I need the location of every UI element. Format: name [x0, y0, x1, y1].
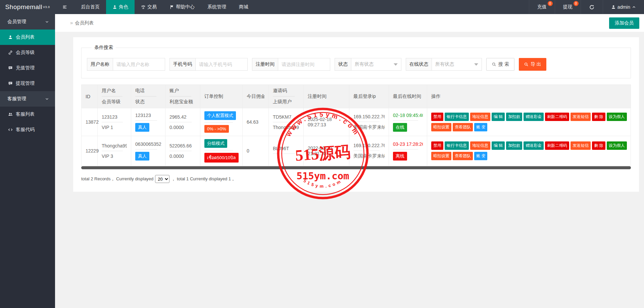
- sidebar-item-member-level[interactable]: 会员等级: [0, 45, 55, 60]
- action-adjust-balance-button[interactable]: 加扣款: [506, 113, 522, 121]
- regtime-field-label: 注册时间: [252, 58, 278, 71]
- online-status-select[interactable]: 所有状态: [432, 58, 482, 71]
- nav-item-label: 后台首页: [81, 4, 100, 10]
- cell-commission: 0: [243, 136, 269, 166]
- sidebar-item-member-list[interactable]: 会员列表: [0, 29, 55, 45]
- nav-item-label: 交易: [147, 4, 157, 10]
- pagination-footer: total 2 Records， Currently displayed 20 …: [81, 175, 631, 183]
- cell-invite: BLJ96T: [269, 136, 304, 166]
- sidebar-item-recharge-management[interactable]: 充值管理: [0, 60, 55, 76]
- breadcrumb: »会员列表: [70, 20, 94, 26]
- action-view-team-button[interactable]: 查看团队: [453, 123, 473, 131]
- cell-reg-time: 2025-02-18 09:27:13: [304, 108, 349, 136]
- action-bank-card-info-button[interactable]: 银行卡信息: [445, 113, 469, 121]
- action-hidden-deduct-button[interactable]: 暗扣设置: [431, 152, 451, 160]
- search-button[interactable]: 搜 索: [486, 58, 514, 71]
- ip-location-value: 美国南卡罗来纳州: [353, 124, 385, 130]
- user-menu[interactable]: admin: [603, 0, 644, 14]
- link-icon: [8, 50, 13, 55]
- action-account-change-button[interactable]: 账 变: [474, 123, 487, 131]
- withdraw-button[interactable]: 提现 0: [555, 0, 581, 14]
- records-summary-text: total 2 Records， Currently displayed: [81, 176, 153, 182]
- action-refresh-qrcode-button[interactable]: 刷新二维码: [545, 141, 569, 150]
- action-delete-button[interactable]: 删 除: [592, 141, 605, 150]
- page-size-select[interactable]: 20: [155, 175, 169, 183]
- search-panel-legend: 条件搜索: [92, 45, 116, 51]
- online-status-badge: 离线: [393, 152, 407, 161]
- nav-item-trade[interactable]: 交易: [135, 0, 163, 14]
- action-edit-button[interactable]: 编 辑: [492, 141, 505, 150]
- nav-item-system[interactable]: 系统管理: [201, 0, 233, 14]
- breadcrumb-arrows-icon: »: [70, 20, 73, 25]
- action-gift-bonus-button[interactable]: 赠送彩金: [524, 141, 544, 150]
- sidebar-toggle-button[interactable]: [55, 0, 75, 14]
- divider: [102, 151, 123, 151]
- divider: [102, 96, 122, 97]
- action-delete-button[interactable]: 删 除: [592, 113, 605, 121]
- col-account: 账户 利息宝金额: [165, 85, 200, 108]
- col-label: 上级用户: [273, 99, 299, 105]
- action-address-info-button[interactable]: 地址信息: [470, 113, 490, 121]
- action-view-team-button[interactable]: 查看团队: [453, 152, 473, 160]
- cell-username: 123123 VIP 1: [98, 108, 131, 136]
- sidebar-item-service-code[interactable]: 客服代码: [0, 122, 55, 137]
- action-bank-card-info-button[interactable]: 银行卡信息: [445, 141, 469, 150]
- ip-location-value: 美国南卡罗来纳州: [353, 153, 385, 159]
- action-set-fake-button[interactable]: 设为假人: [607, 113, 627, 121]
- action-hidden-deduct-button[interactable]: 暗扣设置: [431, 123, 451, 131]
- col-label: 利息宝金额: [169, 99, 196, 105]
- divider: [169, 151, 192, 151]
- action-account-change-button[interactable]: 账 变: [474, 152, 487, 160]
- sidebar-item-service-list[interactable]: 客服列表: [0, 107, 55, 122]
- export-search-icon: [524, 62, 529, 67]
- cell-commission: 64.63: [243, 108, 269, 136]
- hamburger-icon: [62, 5, 67, 9]
- regtime-input[interactable]: [278, 58, 330, 71]
- col-label: 邀请码: [273, 88, 299, 94]
- username-input[interactable]: [113, 58, 165, 71]
- action-send-sms-button[interactable]: 发送短信: [571, 141, 591, 150]
- main-content: »会员列表 添加会员 条件搜索 用户名称 手机号码 注册时间: [55, 14, 644, 192]
- nav-item-label: 帮助中心: [176, 4, 195, 10]
- status-select[interactable]: 所有状态: [351, 58, 401, 71]
- refresh-button[interactable]: [581, 0, 603, 14]
- withdraw-count-badge: 0: [574, 1, 579, 6]
- nav-item-help-center[interactable]: 帮助中心: [163, 0, 201, 14]
- action-disable-button[interactable]: 禁用: [431, 141, 443, 150]
- add-member-button[interactable]: 添加会员: [609, 17, 639, 29]
- user-icon: [112, 5, 117, 9]
- action-send-sms-button[interactable]: 发送短信: [571, 113, 591, 121]
- nav-item-mall[interactable]: 商城: [233, 0, 255, 14]
- actions-line: 暗扣设置 查看团队 账 变: [431, 123, 627, 131]
- horizontal-scrollbar-thumb[interactable]: [81, 166, 631, 169]
- sidebar-group-service-management[interactable]: 客服管理: [0, 91, 55, 107]
- id-value: 12229: [86, 148, 99, 153]
- cell-username: Thongcha99 VIP 3: [98, 136, 131, 166]
- nav-item-dashboard[interactable]: 后台首页: [75, 0, 106, 14]
- action-set-fake-button[interactable]: 设为假人: [607, 141, 627, 150]
- cell-last-online: 02-18 09:45:40 在线: [389, 108, 427, 136]
- sidebar-group-member-management[interactable]: 会员管理: [0, 14, 55, 29]
- export-button[interactable]: 导 出: [519, 58, 546, 71]
- reg-time-value: 2025-02-18 09:27:13: [308, 117, 332, 127]
- sidebar-item-withdraw-management[interactable]: 提现管理: [0, 76, 55, 91]
- brand-logo: ShopmemallV3.0: [0, 0, 55, 14]
- invite-code-value: TD5KM7: [273, 114, 299, 120]
- action-address-info-button[interactable]: 地址信息: [470, 141, 490, 150]
- recharge-button[interactable]: 充值 0: [529, 0, 555, 14]
- nav-item-roles[interactable]: 角色: [106, 0, 135, 14]
- action-adjust-balance-button[interactable]: 加扣款: [506, 141, 522, 150]
- phone-input[interactable]: [195, 58, 248, 71]
- username-field-label: 用户名称: [87, 58, 113, 71]
- caret-down-icon: [394, 63, 398, 66]
- last-online-time: 02-18 09:45:40: [393, 113, 423, 118]
- group-label: 会员管理: [7, 19, 26, 25]
- action-gift-bonus-button[interactable]: 赠送彩金: [524, 113, 544, 121]
- action-edit-button[interactable]: 编 辑: [492, 113, 505, 121]
- action-refresh-qrcode-button[interactable]: 刷新二维码: [545, 113, 569, 121]
- ip-value: 169.150.222.76: [353, 114, 385, 119]
- divider: [169, 122, 192, 122]
- search-panel: 条件搜索 用户名称 手机号码 注册时间 状态 所有状态: [81, 45, 631, 78]
- actions-line: 禁用 银行卡信息 地址信息 编 辑 加扣款 赠送彩金 刷新二维码 发送短信 删 …: [431, 141, 627, 150]
- action-disable-button[interactable]: 禁用: [431, 113, 443, 121]
